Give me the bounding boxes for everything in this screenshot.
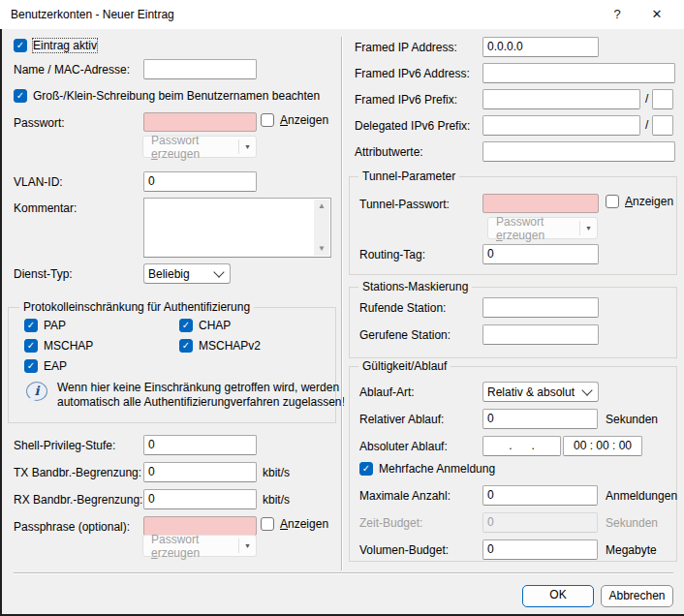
- multi-login-checkbox[interactable]: ✓ Mehrfache Anmeldung: [359, 462, 495, 476]
- comment-scrollbar[interactable]: ▲ ▼: [314, 200, 329, 256]
- rx-bandwidth-label: RX Bandbr.-Begrenzung:: [14, 493, 142, 507]
- protocol-pap-checkbox[interactable]: ✓ PAP: [24, 319, 66, 332]
- framed-prefix-length-input[interactable]: [652, 89, 673, 109]
- case-sensitive-checkbox[interactable]: ✓ Groß-/Klein-Schreibung beim Benutzerna…: [14, 89, 320, 103]
- absolute-expiry-time-input[interactable]: 00 : 00 : 00: [563, 436, 642, 456]
- protocol-mschapv2-checkbox[interactable]: ✓ MSCHAPv2: [179, 339, 261, 353]
- service-type-value: Beliebig: [148, 267, 190, 281]
- volume-budget-label: Volumen-Budget:: [359, 543, 449, 557]
- relative-expiry-label: Relativer Ablauf:: [359, 413, 444, 426]
- user-account-dialog: Benutzerkonten - Neuer Eintrag ? ✕ ✓ Ein…: [0, 0, 684, 616]
- generate-passphrase-button[interactable]: Passwort erzeugen ▼: [142, 535, 257, 557]
- tunnel-password-show-checkbox[interactable]: Anzeigen: [606, 195, 673, 208]
- absolute-expiry-date-input[interactable]: . .: [482, 436, 561, 456]
- passphrase-show-checkbox[interactable]: Anzeigen: [261, 517, 328, 531]
- routing-tag-input[interactable]: 0: [482, 244, 599, 264]
- shell-privilege-label: Shell-Privileg-Stufe:: [14, 439, 115, 452]
- tunnel-group-title: Tunnel-Parameter: [358, 169, 459, 183]
- tx-unit-label: kbit/s: [263, 466, 290, 479]
- relative-expiry-input[interactable]: 0: [482, 409, 598, 429]
- comment-label: Kommentar:: [14, 201, 77, 215]
- password-show-checkbox[interactable]: Anzeigen: [261, 113, 328, 127]
- generate-password-button[interactable]: Passwort erzeugen ▼: [142, 136, 257, 158]
- vlan-id-input[interactable]: 0: [143, 171, 257, 192]
- generate-password-label: Passwort erzeugen: [496, 215, 573, 242]
- checkbox-check-icon: ✓: [14, 39, 27, 52]
- protocol-mschap-checkbox[interactable]: ✓ MSCHAP: [24, 339, 93, 353]
- scroll-down-icon[interactable]: ▼: [318, 245, 326, 253]
- max-count-unit: Anmeldungen: [606, 489, 677, 503]
- framed-prefix-label: Framed IPv6 Prefix:: [355, 93, 457, 107]
- column-separator: [341, 37, 342, 570]
- volume-budget-input[interactable]: 0: [482, 539, 598, 560]
- framed-ipv6-label: Framed IPv6 Address:: [355, 67, 470, 80]
- tunnel-password-label: Tunnel-Passwort:: [359, 198, 450, 211]
- button-divider: [238, 539, 239, 553]
- tx-bandwidth-label: TX Bandbr.-Begrenzung:: [14, 466, 141, 479]
- help-icon[interactable]: ?: [603, 2, 632, 27]
- slash-separator: /: [645, 92, 648, 106]
- service-type-select[interactable]: Beliebig: [143, 263, 231, 284]
- framed-prefix-input[interactable]: [482, 89, 640, 109]
- footer-separator: [14, 572, 673, 573]
- stations-group-title: Stations-Maskierung: [358, 280, 472, 293]
- time-budget-label: Zeit-Budget:: [359, 516, 422, 530]
- protocol-eap-checkbox[interactable]: ✓ EAP: [24, 359, 67, 373]
- button-divider: [238, 139, 239, 154]
- scroll-up-icon[interactable]: ▲: [318, 202, 326, 210]
- password-input[interactable]: [143, 112, 257, 132]
- delegated-prefix-label: Delegated IPv6 Prefix:: [355, 119, 470, 133]
- info-balloon-icon: i: [26, 382, 47, 401]
- expiry-type-label: Ablauf-Art:: [359, 385, 415, 399]
- checkbox-check-icon: ✓: [24, 339, 38, 353]
- calling-station-input[interactable]: [482, 297, 599, 318]
- max-count-label: Maximale Anzahl:: [359, 489, 451, 503]
- called-station-input[interactable]: [482, 324, 599, 345]
- passphrase-label: Passphrase (optional):: [14, 520, 130, 534]
- rx-bandwidth-input[interactable]: 0: [143, 489, 257, 509]
- generate-password-label: Passwort erzeugen: [151, 134, 232, 161]
- delegated-prefix-length-input[interactable]: [652, 115, 673, 136]
- chevron-down-icon: [581, 385, 592, 395]
- name-mac-label: Name / MAC-Adresse:: [14, 63, 130, 77]
- called-station-label: Gerufene Station:: [359, 328, 451, 342]
- dropdown-arrow-icon[interactable]: ▼: [244, 143, 251, 150]
- attribute-values-input[interactable]: [482, 141, 675, 162]
- checkbox-check-icon: ✓: [24, 319, 38, 332]
- delegated-prefix-input[interactable]: [482, 115, 640, 136]
- framed-ipv6-input[interactable]: [482, 63, 675, 83]
- password-label: Passwort:: [14, 116, 65, 130]
- info-text-line2: automatisch alle Authentifizierungverfah…: [57, 395, 345, 409]
- expiry-type-select[interactable]: Relativ & absolut: [482, 382, 599, 402]
- name-mac-input[interactable]: [143, 59, 257, 79]
- checkbox-check-icon: ✓: [179, 339, 193, 353]
- entry-active-label: Eintrag aktiv: [33, 39, 97, 52]
- comment-textarea[interactable]: ▲ ▼: [143, 198, 331, 258]
- title-bar: Benutzerkonten - Neuer Eintrag ? ✕: [0, 0, 684, 29]
- expiry-type-value: Relativ & absolut: [487, 385, 575, 399]
- shell-privilege-input[interactable]: 0: [143, 435, 257, 455]
- calling-station-label: Rufende Station:: [359, 301, 446, 315]
- rx-unit-label: kbit/s: [263, 493, 290, 507]
- checkbox-check-icon: ✓: [24, 359, 38, 373]
- slash-separator: /: [645, 118, 648, 132]
- case-sensitive-label: Groß-/Klein-Schreibung beim Benutzername…: [33, 89, 320, 103]
- generate-tunnel-password-button[interactable]: Passwort erzeugen ▼: [487, 217, 598, 239]
- dropdown-arrow-icon[interactable]: ▼: [244, 542, 251, 549]
- button-divider: [579, 221, 580, 235]
- max-count-input[interactable]: 0: [482, 485, 598, 506]
- vlan-id-label: VLAN-ID:: [14, 175, 63, 189]
- tx-bandwidth-input[interactable]: 0: [143, 462, 257, 482]
- cancel-button[interactable]: Abbrechen: [601, 585, 673, 607]
- multi-login-label: Mehrfache Anmeldung: [379, 462, 495, 476]
- dropdown-arrow-icon[interactable]: ▼: [585, 225, 592, 231]
- tunnel-password-input[interactable]: [482, 194, 599, 213]
- close-icon[interactable]: ✕: [642, 2, 671, 27]
- dialog-title: Benutzerkonten - Neuer Eintrag: [11, 8, 174, 21]
- entry-active-checkbox[interactable]: ✓ Eintrag aktiv: [14, 39, 97, 52]
- framed-ip-input[interactable]: 0.0.0.0: [482, 37, 599, 57]
- service-type-label: Dienst-Typ:: [14, 267, 73, 281]
- ok-button[interactable]: OK: [522, 585, 594, 607]
- protocol-chap-checkbox[interactable]: ✓ CHAP: [179, 319, 231, 332]
- generate-password-label: Passwort erzeugen: [151, 533, 232, 560]
